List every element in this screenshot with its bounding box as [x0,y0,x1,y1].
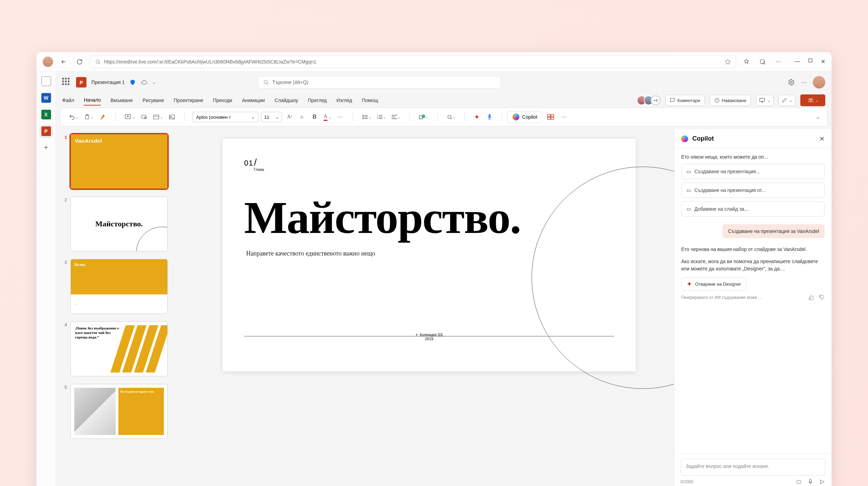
url-text: https://onedrive.live.com/:w:/t/EaCKkPs6… [104,59,721,65]
tab-help[interactable]: Помощ [362,95,378,105]
copilot-close-button[interactable]: ✕ [819,135,825,143]
font-selector[interactable]: Aptos (основен т⌄ [192,112,258,122]
rail-add-button[interactable]: + [44,143,48,152]
designer-icon[interactable]: ✦ [472,112,482,122]
thumbnail-4[interactable]: „Човек без въображение е като пакетче ча… [70,321,168,376]
present-button[interactable]: ⌄ [756,95,774,106]
new-slide-button[interactable]: ⌄ [123,112,136,122]
tab-transitions[interactable]: Преходи [213,95,232,105]
designer-grid-button[interactable] [546,112,556,122]
increase-font-button[interactable]: A^ [285,112,294,122]
back-button[interactable] [58,56,69,67]
mic-icon[interactable] [808,479,813,485]
rail-powerpoint-icon[interactable]: P [41,126,51,136]
chevron-down-icon[interactable]: ⌄ [152,80,156,85]
search-placeholder: Търсене (Alt+Q) [272,79,308,85]
share-button[interactable]: ⌄ [800,94,825,106]
open-designer-button[interactable]: ✦Отваряне на Designer [681,277,746,291]
rail-home-icon[interactable] [41,76,51,86]
svg-point-17 [362,115,363,116]
current-slide[interactable]: 01 Глава Майсторство. Направете качество… [223,139,636,371]
send-button[interactable] [819,479,825,485]
search-box[interactable]: Търсене (Alt+Q) [258,76,501,89]
comments-button[interactable]: Коментари [665,95,705,106]
rail-word-icon[interactable]: W [41,93,51,103]
slide-title[interactable]: Майсторство. [244,191,521,244]
svg-rect-27 [548,115,550,117]
tab-file[interactable]: Файл [62,95,74,105]
tab-draw[interactable]: Рисуване [142,95,164,105]
copilot-suggestion-3[interactable]: ▭Добавяне на слайд за... [681,201,825,217]
editing-mode-button[interactable]: ⌄ [778,95,795,106]
profile-avatar[interactable] [43,57,53,67]
align-button[interactable]: ⌄ [390,112,402,122]
minimize-button[interactable]: — [794,58,800,65]
copilot-ribbon-button[interactable]: Copilot [507,111,543,123]
catchup-button[interactable]: Наваксване [710,95,751,106]
maximize-button[interactable] [808,58,812,65]
document-name[interactable]: Презентация 1 [91,79,125,85]
copilot-suggestion-2[interactable]: ▭Създаване на презентация от... [681,183,825,198]
paste-button[interactable]: ⌄ [83,112,95,122]
svg-point-0 [96,60,99,63]
bullets-button[interactable]: ⌄ [361,112,373,122]
copilot-input[interactable]: Задайте въпрос или подайте искане. [681,459,825,476]
ribbon-toolbar: ⌄ ⌄ ⌄ ⌄ Aptos (основен т⌄ 11⌄ A^ Aˇ [60,108,827,126]
presence-overflow: +4 [651,95,660,105]
format-painter-button[interactable] [98,112,108,122]
svg-point-4 [791,82,792,83]
numbering-button[interactable]: 123⌄ [375,112,387,122]
thumbnail-3[interactable]: За нас.—→ [70,259,168,314]
decrease-font-button[interactable]: Aˇ [297,112,307,122]
collapse-ribbon-button[interactable]: ⌄ [813,112,823,122]
tab-insert[interactable]: Вмъкване [110,95,133,105]
tab-home[interactable]: Начало [84,95,101,106]
app-launcher-icon[interactable] [62,78,71,87]
shapes-button[interactable]: ⌄ [417,112,430,122]
char-counter: 0/2000 [681,479,693,484]
thumbs-down-button[interactable] [819,295,825,300]
rail-excel-icon[interactable]: X [41,110,51,119]
tab-review[interactable]: Преглед [308,95,327,105]
favorites-star-icon[interactable] [741,56,752,67]
address-bar[interactable]: https://onedrive.live.com/:w:/t/EaCKkPs6… [90,56,736,68]
font-color-button[interactable]: A⌄ [322,112,333,122]
tab-design[interactable]: Проектиране [174,95,203,105]
svg-rect-32 [810,479,811,483]
tab-view[interactable]: Изглед [336,95,352,105]
slide-canvas[interactable]: 01 Глава Майсторство. Направете качество… [184,129,674,486]
close-button[interactable]: ✕ [821,58,825,65]
copilot-suggestion-1[interactable]: ▭Създаване на презентация... [681,164,825,179]
favorite-icon[interactable] [725,59,731,65]
thumbnail-2[interactable]: Майсторство. [70,196,168,251]
slide-subtitle[interactable]: Направете качеството единственото важно … [246,250,375,257]
search-icon [263,79,269,85]
browser-more-icon[interactable]: ⋯ [773,56,784,67]
undo-button[interactable]: ⌄ [67,112,80,122]
tab-slideshow[interactable]: Слайдшоу [275,95,298,105]
user-avatar[interactable] [813,76,825,89]
font-more-button[interactable]: ⋯ [335,112,345,122]
tab-animations[interactable]: Анимации [242,95,265,105]
header-more-icon[interactable]: ⋯ [801,79,807,86]
picture-button[interactable] [167,112,177,122]
bold-button[interactable]: B [310,112,319,122]
thumbnail-5[interactable]: Културата и хората тук. [70,384,168,439]
sensitivity-shield-icon[interactable] [130,79,136,85]
card-icon[interactable] [796,479,802,485]
ribbon-more-button[interactable]: ⋯ [559,112,569,122]
thumbs-up-button[interactable] [809,295,814,300]
decorative-circle [532,167,674,389]
dictate-button[interactable] [485,112,494,122]
collections-icon[interactable] [757,56,768,67]
thumbnail-1[interactable]: VanArsdel [70,134,168,189]
refresh-button[interactable] [74,56,85,67]
settings-gear-icon[interactable] [788,79,795,86]
font-size-selector[interactable]: 11⌄ [261,112,282,122]
slide-zoom-button[interactable] [139,112,149,122]
find-button[interactable]: ⌄ [445,112,457,122]
ribbon-tabs: Файл Начало Вмъкване Рисуване Проектиран… [56,93,832,108]
presence-avatars[interactable]: +4 [640,95,660,105]
cloud-sync-icon[interactable] [141,79,148,86]
layout-button[interactable]: ⌄ [152,112,164,122]
